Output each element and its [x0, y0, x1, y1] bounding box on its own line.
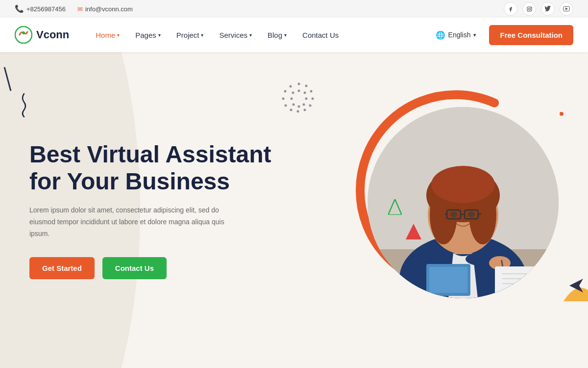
logo[interactable]: Vconn: [15, 26, 69, 44]
svg-point-15: [285, 105, 287, 107]
svg-point-7: [298, 83, 300, 85]
svg-point-9: [310, 90, 313, 93]
chevron-down-icon: ▾: [249, 32, 252, 38]
svg-point-5: [15, 26, 32, 43]
language-label: English: [448, 31, 471, 39]
svg-marker-4: [565, 8, 568, 10]
svg-point-25: [291, 98, 293, 100]
youtube-icon[interactable]: [560, 2, 573, 16]
topbar-left: 📞 +8256987456 ✉ info@vconn.com: [15, 4, 133, 13]
deco-dots-grid: [279, 79, 318, 115]
nav-item-home[interactable]: Home ▾: [89, 27, 126, 43]
nav-item-blog[interactable]: Blog ▾: [261, 27, 294, 43]
svg-point-2: [530, 7, 531, 7]
svg-point-16: [282, 98, 285, 100]
hero-title: Best Virtual Assistant for Your Business: [29, 141, 271, 195]
hero-buttons: Get Started Contact Us: [29, 257, 271, 279]
get-started-button[interactable]: Get Started: [29, 257, 95, 279]
globe-icon: 🌐: [436, 30, 445, 40]
topbar-social: [504, 2, 573, 16]
svg-marker-27: [388, 199, 402, 215]
chevron-down-icon: ▾: [473, 32, 476, 38]
svg-point-12: [304, 109, 306, 111]
deco-squiggle: [19, 91, 29, 121]
svg-point-22: [303, 104, 305, 106]
deco-dark-arrow: [569, 279, 583, 294]
svg-rect-54: [429, 267, 467, 293]
svg-point-38: [431, 166, 495, 203]
svg-marker-55: [569, 279, 583, 292]
hero-description: Lorem ipsum dolor sit amet, consectetur …: [29, 205, 245, 239]
phone-icon: 📞: [15, 4, 24, 13]
deco-triangle-red: [406, 224, 421, 241]
svg-point-17: [284, 90, 287, 93]
free-consultation-button[interactable]: Free Consultation: [489, 25, 573, 45]
email-address: info@vconn.com: [85, 5, 133, 13]
svg-point-19: [298, 90, 300, 92]
language-selector[interactable]: 🌐 English ▾: [431, 27, 482, 43]
phone-number: +8256987456: [26, 5, 66, 13]
svg-point-18: [290, 85, 292, 88]
contact-us-button[interactable]: Contact Us: [102, 257, 167, 279]
svg-point-1: [528, 8, 530, 10]
nav-right: 🌐 English ▾ Free Consultation: [431, 25, 573, 45]
svg-point-21: [305, 98, 308, 100]
svg-line-42: [445, 214, 447, 214]
deco-red-dot: [560, 112, 564, 116]
deco-triangle-green: [388, 199, 402, 217]
hero-content: Best Virtual Assistant for Your Business…: [0, 141, 271, 280]
logo-icon: [15, 26, 32, 44]
navbar: Vconn Home ▾ Pages ▾ Project ▾ Services …: [0, 18, 588, 52]
topbar: 📞 +8256987456 ✉ info@vconn.com: [0, 0, 588, 18]
logo-text: Vconn: [36, 28, 69, 41]
svg-point-10: [312, 98, 314, 100]
svg-point-14: [290, 109, 293, 111]
chevron-down-icon: ▾: [201, 32, 203, 38]
twitter-icon[interactable]: [541, 2, 555, 16]
svg-point-45: [468, 211, 475, 217]
instagram-icon[interactable]: [522, 2, 536, 16]
svg-point-23: [298, 105, 300, 108]
svg-point-26: [292, 92, 294, 94]
facebook-icon[interactable]: [504, 2, 517, 16]
hero-section: Best Virtual Assistant for Your Business…: [0, 52, 588, 368]
svg-point-20: [304, 92, 306, 94]
email-icon: ✉: [77, 5, 83, 13]
svg-point-24: [293, 104, 295, 106]
svg-point-13: [297, 110, 299, 113]
chevron-down-icon: ▾: [158, 32, 161, 38]
chevron-down-icon: ▾: [284, 32, 287, 38]
chevron-down-icon: ▾: [117, 32, 120, 38]
phone-contact[interactable]: 📞 +8256987456: [15, 4, 66, 13]
svg-line-43: [478, 214, 481, 214]
svg-point-44: [450, 211, 457, 217]
nav-item-pages[interactable]: Pages ▾: [128, 27, 168, 43]
svg-point-6: [22, 31, 25, 34]
nav-item-contact[interactable]: Contact Us: [295, 27, 345, 43]
svg-point-11: [309, 105, 312, 107]
svg-point-8: [305, 85, 308, 87]
nav-item-services[interactable]: Services ▾: [212, 27, 259, 43]
nav-links: Home ▾ Pages ▾ Project ▾ Services ▾ Blog…: [89, 27, 430, 43]
email-contact[interactable]: ✉ info@vconn.com: [77, 5, 133, 13]
nav-item-project[interactable]: Project ▾: [170, 27, 211, 43]
svg-marker-28: [406, 224, 421, 239]
